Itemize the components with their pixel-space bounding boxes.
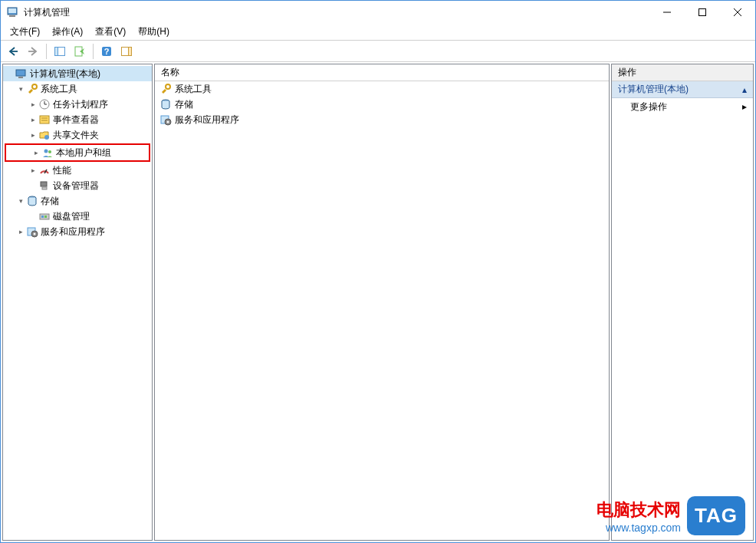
tree-event-viewer[interactable]: ▸ 事件查看器 <box>3 112 152 127</box>
panel-icon <box>54 45 66 58</box>
actions-scope-label: 计算机管理(本地) <box>618 83 689 96</box>
chevron-right-icon[interactable]: ▸ <box>28 99 38 110</box>
tools-icon <box>26 83 38 95</box>
forward-button[interactable] <box>24 42 42 61</box>
export-icon <box>74 45 86 58</box>
help-icon: ? <box>100 45 113 58</box>
chevron-down-icon[interactable]: ▾ <box>15 196 26 206</box>
tree-label: 系统工具 <box>41 83 77 96</box>
menu-help[interactable]: 帮助(H) <box>132 24 176 40</box>
tools-icon <box>159 83 172 95</box>
tree-label: 计算机管理(本地) <box>30 67 100 81</box>
window-title: 计算机管理 <box>24 6 649 19</box>
watermark-text: 电脑技术网 www.tagxp.com <box>597 499 681 534</box>
main-pane: 名称 系统工具 存储 服务和应用程序 <box>154 64 610 541</box>
maximize-button[interactable] <box>685 1 720 24</box>
actions-pane: 操作 计算机管理(本地) ▴ 更多操作 ▸ <box>611 64 754 541</box>
tree-storage[interactable]: ▾ 存储 <box>3 193 152 209</box>
chevron-down-icon[interactable]: ▾ <box>15 84 26 94</box>
storage-icon <box>159 98 172 110</box>
list-item-system-tools[interactable]: 系统工具 <box>155 81 609 97</box>
menu-file[interactable]: 文件(F) <box>4 24 46 40</box>
chevron-right-icon[interactable]: ▸ <box>28 165 38 176</box>
show-hide-tree-button[interactable] <box>51 42 69 61</box>
svg-rect-2 <box>8 8 16 13</box>
collapse-icon: ▴ <box>742 84 747 95</box>
list-item-services-apps[interactable]: 服务和应用程序 <box>155 112 609 127</box>
menu-action[interactable]: 操作(A) <box>46 24 89 40</box>
svg-point-37 <box>34 233 36 235</box>
show-hide-action-button[interactable] <box>117 42 136 61</box>
tree-disk-management[interactable]: 磁盘管理 <box>3 209 152 224</box>
clock-icon <box>38 98 51 110</box>
svg-rect-16 <box>16 70 25 76</box>
tree-pane[interactable]: 计算机管理(本地) ▾ 系统工具 ▸ 任务计划程序 ▸ 事件查看器 ▸ 共享文件 <box>2 64 153 541</box>
chevron-right-icon[interactable]: ▸ <box>15 226 26 237</box>
chevron-right-icon[interactable]: ▸ <box>28 114 38 125</box>
svg-rect-33 <box>41 216 44 218</box>
tree-services-apps[interactable]: ▸ 服务和应用程序 <box>3 224 152 239</box>
menubar: 文件(F) 操作(A) 查看(V) 帮助(H) <box>1 24 755 41</box>
watermark: 电脑技术网 www.tagxp.com TAG <box>597 496 745 535</box>
list-item-storage[interactable]: 存储 <box>155 97 609 112</box>
tree-system-tools[interactable]: ▾ 系统工具 <box>3 81 152 97</box>
svg-rect-29 <box>41 182 47 186</box>
tree-label: 本地用户和组 <box>56 146 111 160</box>
chevron-right-icon: ▸ <box>742 101 747 112</box>
toolbar: ? <box>1 41 755 62</box>
menu-view[interactable]: 查看(V) <box>89 24 132 40</box>
export-list-button[interactable] <box>71 42 89 61</box>
svg-rect-4 <box>699 9 706 16</box>
window-controls <box>649 1 755 24</box>
list-item-label: 系统工具 <box>175 83 212 96</box>
svg-rect-22 <box>40 116 49 123</box>
svg-text:?: ? <box>104 47 110 56</box>
workspace: 计算机管理(本地) ▾ 系统工具 ▸ 任务计划程序 ▸ 事件查看器 ▸ 共享文件 <box>1 62 755 542</box>
expander-icon[interactable] <box>28 180 38 191</box>
disk-icon <box>38 210 51 222</box>
list-body[interactable]: 系统工具 存储 服务和应用程序 <box>155 81 609 540</box>
svg-rect-34 <box>44 216 47 218</box>
list-item-label: 存储 <box>175 98 193 111</box>
svg-rect-30 <box>42 187 47 189</box>
watermark-line1: 电脑技术网 <box>597 499 681 522</box>
tree-shared-folders[interactable]: ▸ 共享文件夹 <box>3 127 152 143</box>
storage-icon <box>26 195 38 207</box>
services-icon <box>159 114 172 126</box>
svg-point-18 <box>32 84 37 89</box>
toolbar-separator <box>93 44 94 59</box>
tree-performance[interactable]: ▸ 性能 <box>3 163 152 178</box>
tree-label: 事件查看器 <box>53 114 99 127</box>
minimize-button[interactable] <box>649 1 685 24</box>
column-header-name[interactable]: 名称 <box>155 64 609 81</box>
close-button[interactable] <box>720 1 755 24</box>
svg-rect-15 <box>129 47 132 55</box>
back-button[interactable] <box>4 42 22 61</box>
tree-device-manager[interactable]: 设备管理器 <box>3 178 152 193</box>
action-more[interactable]: 更多操作 ▸ <box>612 98 753 115</box>
tree-label: 存储 <box>41 195 59 208</box>
tree-local-users[interactable]: ▸ 本地用户和组 <box>6 145 149 160</box>
actions-header: 操作 <box>612 64 753 81</box>
tree-label: 性能 <box>53 164 71 177</box>
chevron-right-icon[interactable]: ▸ <box>31 147 41 158</box>
tree-task-scheduler[interactable]: ▸ 任务计划程序 <box>3 97 152 112</box>
help-button[interactable]: ? <box>97 42 116 61</box>
expander-icon[interactable] <box>28 211 38 222</box>
expander-icon[interactable] <box>5 68 15 79</box>
svg-point-26 <box>44 150 48 153</box>
chevron-right-icon[interactable]: ▸ <box>28 130 38 140</box>
svg-rect-10 <box>55 47 58 55</box>
event-icon <box>38 114 51 126</box>
folder-share-icon <box>38 129 51 141</box>
list-item-label: 服务和应用程序 <box>175 114 239 127</box>
panel-right-icon <box>120 45 133 58</box>
actions-scope[interactable]: 计算机管理(本地) ▴ <box>612 81 753 98</box>
users-icon <box>41 146 54 159</box>
tree-label: 服务和应用程序 <box>41 225 105 239</box>
arrow-left-icon <box>7 45 19 58</box>
services-icon <box>26 225 38 238</box>
svg-point-25 <box>44 135 49 140</box>
gauge-icon <box>38 164 51 176</box>
tree-root[interactable]: 计算机管理(本地) <box>3 66 152 81</box>
